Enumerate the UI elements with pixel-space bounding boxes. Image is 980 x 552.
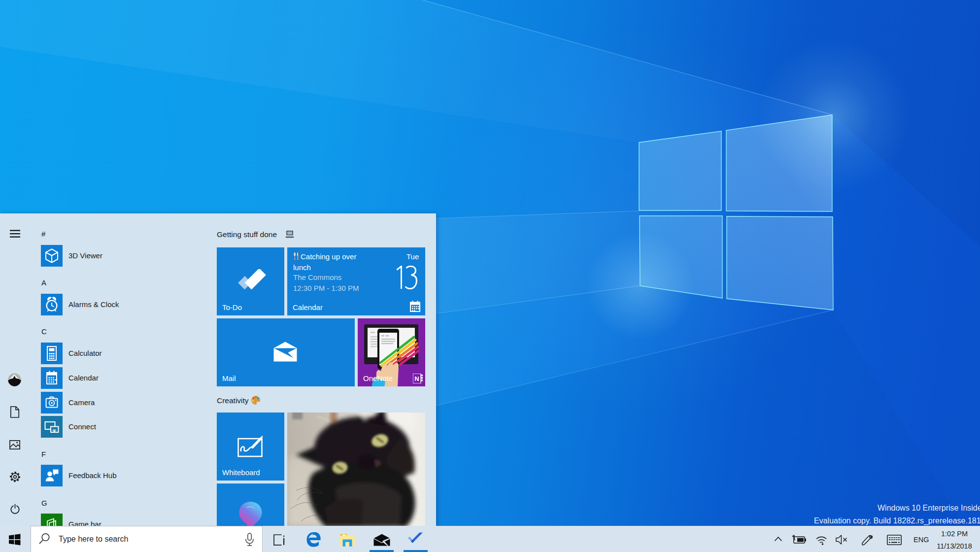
svg-text:N: N — [414, 375, 419, 382]
